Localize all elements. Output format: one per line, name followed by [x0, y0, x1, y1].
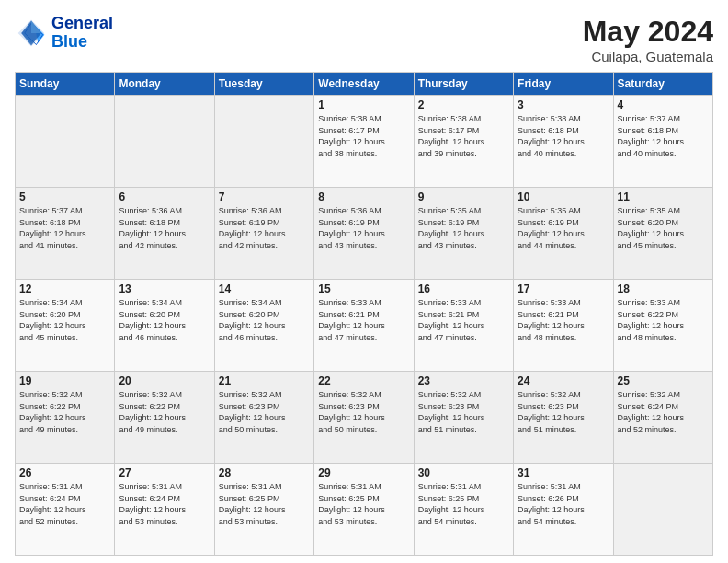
col-thursday: Thursday	[414, 73, 513, 96]
day-number: 12	[19, 282, 110, 295]
location: Cuilapa, Guatemala	[583, 49, 713, 64]
calendar-cell: 3Sunrise: 5:38 AM Sunset: 6:18 PM Daylig…	[514, 96, 613, 188]
month-year: May 2024	[583, 15, 713, 49]
day-info: Sunrise: 5:32 AM Sunset: 6:22 PM Dayligh…	[19, 389, 110, 435]
calendar-cell: 19Sunrise: 5:32 AM Sunset: 6:22 PM Dayli…	[16, 372, 115, 464]
calendar-body: 1Sunrise: 5:38 AM Sunset: 6:17 PM Daylig…	[16, 96, 713, 556]
page: General Blue May 2024 Cuilapa, Guatemala…	[0, 0, 728, 563]
calendar-cell: 10Sunrise: 5:35 AM Sunset: 6:19 PM Dayli…	[514, 188, 613, 280]
day-number: 21	[219, 374, 310, 387]
calendar-cell: 24Sunrise: 5:32 AM Sunset: 6:23 PM Dayli…	[514, 372, 613, 464]
calendar-cell: 5Sunrise: 5:37 AM Sunset: 6:18 PM Daylig…	[16, 188, 115, 280]
calendar-cell: 25Sunrise: 5:32 AM Sunset: 6:24 PM Dayli…	[613, 372, 712, 464]
day-number: 18	[618, 282, 709, 295]
calendar-cell: 15Sunrise: 5:33 AM Sunset: 6:21 PM Dayli…	[314, 280, 414, 372]
calendar-cell: 20Sunrise: 5:32 AM Sunset: 6:22 PM Dayli…	[115, 372, 214, 464]
col-friday: Friday	[514, 73, 613, 96]
day-info: Sunrise: 5:38 AM Sunset: 6:18 PM Dayligh…	[518, 113, 609, 159]
calendar-cell: 23Sunrise: 5:32 AM Sunset: 6:23 PM Dayli…	[414, 372, 513, 464]
header: General Blue May 2024 Cuilapa, Guatemala	[15, 15, 713, 64]
col-wednesday: Wednesday	[314, 73, 414, 96]
day-number: 6	[119, 190, 210, 203]
day-number: 13	[119, 282, 210, 295]
calendar-cell: 27Sunrise: 5:31 AM Sunset: 6:24 PM Dayli…	[115, 464, 214, 556]
day-info: Sunrise: 5:36 AM Sunset: 6:19 PM Dayligh…	[219, 205, 310, 251]
calendar-cell: 30Sunrise: 5:31 AM Sunset: 6:25 PM Dayli…	[414, 464, 513, 556]
day-info: Sunrise: 5:37 AM Sunset: 6:18 PM Dayligh…	[618, 113, 709, 159]
day-number: 28	[219, 466, 310, 479]
calendar-cell: 16Sunrise: 5:33 AM Sunset: 6:21 PM Dayli…	[414, 280, 513, 372]
day-number: 16	[418, 282, 509, 295]
day-number: 15	[318, 282, 409, 295]
day-number: 8	[318, 190, 409, 203]
day-info: Sunrise: 5:31 AM Sunset: 6:25 PM Dayligh…	[219, 481, 310, 527]
day-number: 1	[318, 98, 409, 111]
calendar-cell: 28Sunrise: 5:31 AM Sunset: 6:25 PM Dayli…	[214, 464, 313, 556]
day-info: Sunrise: 5:32 AM Sunset: 6:23 PM Dayligh…	[418, 389, 509, 435]
calendar-cell: 1Sunrise: 5:38 AM Sunset: 6:17 PM Daylig…	[314, 96, 414, 188]
day-number: 5	[19, 190, 110, 203]
logo-icon	[15, 17, 48, 50]
day-info: Sunrise: 5:36 AM Sunset: 6:18 PM Dayligh…	[119, 205, 210, 251]
calendar-cell: 18Sunrise: 5:33 AM Sunset: 6:22 PM Dayli…	[613, 280, 712, 372]
week-row-1: 1Sunrise: 5:38 AM Sunset: 6:17 PM Daylig…	[16, 96, 713, 188]
header-row: Sunday Monday Tuesday Wednesday Thursday…	[16, 73, 713, 96]
week-row-4: 19Sunrise: 5:32 AM Sunset: 6:22 PM Dayli…	[16, 372, 713, 464]
day-info: Sunrise: 5:31 AM Sunset: 6:24 PM Dayligh…	[119, 481, 210, 527]
day-info: Sunrise: 5:35 AM Sunset: 6:20 PM Dayligh…	[618, 205, 709, 251]
day-info: Sunrise: 5:38 AM Sunset: 6:17 PM Dayligh…	[318, 113, 409, 159]
day-info: Sunrise: 5:32 AM Sunset: 6:24 PM Dayligh…	[618, 389, 709, 435]
day-info: Sunrise: 5:34 AM Sunset: 6:20 PM Dayligh…	[19, 297, 110, 343]
col-monday: Monday	[115, 73, 214, 96]
day-info: Sunrise: 5:31 AM Sunset: 6:24 PM Dayligh…	[19, 481, 110, 527]
day-number: 23	[418, 374, 509, 387]
day-number: 3	[518, 98, 609, 111]
calendar-cell	[115, 96, 214, 188]
logo-general: General	[51, 15, 113, 33]
day-number: 9	[418, 190, 509, 203]
logo-blue: Blue	[51, 33, 113, 52]
calendar-cell: 29Sunrise: 5:31 AM Sunset: 6:25 PM Dayli…	[314, 464, 414, 556]
calendar-cell: 17Sunrise: 5:33 AM Sunset: 6:21 PM Dayli…	[514, 280, 613, 372]
week-row-5: 26Sunrise: 5:31 AM Sunset: 6:24 PM Dayli…	[16, 464, 713, 556]
day-info: Sunrise: 5:34 AM Sunset: 6:20 PM Dayligh…	[219, 297, 310, 343]
calendar-cell: 22Sunrise: 5:32 AM Sunset: 6:23 PM Dayli…	[314, 372, 414, 464]
calendar-cell	[214, 96, 313, 188]
day-number: 10	[518, 190, 609, 203]
calendar-cell: 8Sunrise: 5:36 AM Sunset: 6:19 PM Daylig…	[314, 188, 414, 280]
day-info: Sunrise: 5:34 AM Sunset: 6:20 PM Dayligh…	[119, 297, 210, 343]
logo-text: General Blue	[51, 15, 113, 52]
calendar-cell: 12Sunrise: 5:34 AM Sunset: 6:20 PM Dayli…	[16, 280, 115, 372]
day-number: 26	[19, 466, 110, 479]
calendar-cell: 4Sunrise: 5:37 AM Sunset: 6:18 PM Daylig…	[613, 96, 712, 188]
day-info: Sunrise: 5:35 AM Sunset: 6:19 PM Dayligh…	[518, 205, 609, 251]
day-info: Sunrise: 5:32 AM Sunset: 6:23 PM Dayligh…	[219, 389, 310, 435]
day-info: Sunrise: 5:31 AM Sunset: 6:26 PM Dayligh…	[518, 481, 609, 527]
col-tuesday: Tuesday	[214, 73, 313, 96]
calendar-cell: 11Sunrise: 5:35 AM Sunset: 6:20 PM Dayli…	[613, 188, 712, 280]
day-info: Sunrise: 5:32 AM Sunset: 6:23 PM Dayligh…	[318, 389, 409, 435]
calendar-cell	[16, 96, 115, 188]
logo: General Blue	[15, 15, 113, 52]
day-info: Sunrise: 5:37 AM Sunset: 6:18 PM Dayligh…	[19, 205, 110, 251]
day-number: 11	[618, 190, 709, 203]
col-sunday: Sunday	[16, 73, 115, 96]
day-info: Sunrise: 5:33 AM Sunset: 6:21 PM Dayligh…	[518, 297, 609, 343]
calendar-cell: 9Sunrise: 5:35 AM Sunset: 6:19 PM Daylig…	[414, 188, 513, 280]
day-number: 27	[119, 466, 210, 479]
day-info: Sunrise: 5:32 AM Sunset: 6:23 PM Dayligh…	[518, 389, 609, 435]
title-block: May 2024 Cuilapa, Guatemala	[583, 15, 713, 64]
calendar-header: Sunday Monday Tuesday Wednesday Thursday…	[16, 73, 713, 96]
calendar-cell: 21Sunrise: 5:32 AM Sunset: 6:23 PM Dayli…	[214, 372, 313, 464]
calendar-cell: 13Sunrise: 5:34 AM Sunset: 6:20 PM Dayli…	[115, 280, 214, 372]
day-number: 25	[618, 374, 709, 387]
day-info: Sunrise: 5:33 AM Sunset: 6:21 PM Dayligh…	[418, 297, 509, 343]
day-number: 31	[518, 466, 609, 479]
week-row-2: 5Sunrise: 5:37 AM Sunset: 6:18 PM Daylig…	[16, 188, 713, 280]
calendar-cell: 14Sunrise: 5:34 AM Sunset: 6:20 PM Dayli…	[214, 280, 313, 372]
day-number: 30	[418, 466, 509, 479]
day-info: Sunrise: 5:38 AM Sunset: 6:17 PM Dayligh…	[418, 113, 509, 159]
day-number: 20	[119, 374, 210, 387]
col-saturday: Saturday	[613, 73, 712, 96]
day-number: 2	[418, 98, 509, 111]
